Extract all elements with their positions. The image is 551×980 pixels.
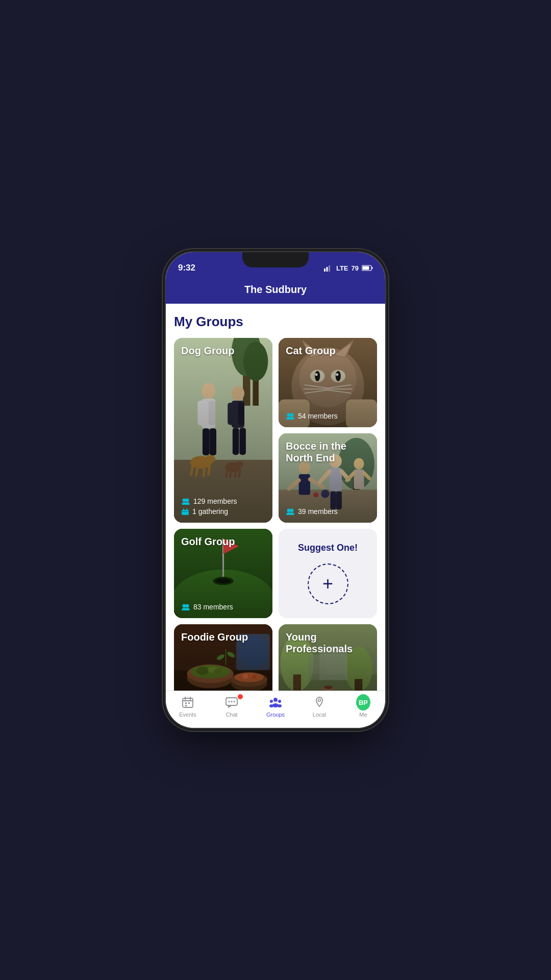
svg-point-156 (231, 701, 233, 702)
bocce-content: Bocce in the North End 39 members (279, 433, 377, 523)
svg-point-157 (234, 701, 235, 702)
avatar-initials: BP (359, 699, 368, 706)
svg-point-160 (278, 700, 281, 703)
svg-rect-152 (188, 702, 190, 704)
dog-members: 129 members (181, 497, 265, 505)
bocce-members: 39 members (286, 507, 370, 516)
foodie-content: Foodie Group 258 members (174, 624, 272, 691)
svg-point-67 (290, 413, 294, 417)
svg-point-37 (186, 499, 189, 502)
app-title: The Sudbury (176, 284, 375, 296)
svg-point-155 (229, 701, 230, 702)
dog-gathering: 1 gathering (181, 507, 265, 516)
groups-grid: Dog Group 129 members (174, 338, 377, 691)
cat-members-count: 54 members (298, 412, 338, 420)
groups-tab-icon (268, 695, 283, 709)
svg-point-102 (186, 604, 189, 608)
svg-point-91 (287, 509, 291, 512)
group-card-dog[interactable]: Dog Group 129 members (174, 338, 272, 523)
golf-members-count: 83 members (193, 603, 233, 611)
group-card-bocce[interactable]: Bocce in the North End 39 members (279, 433, 377, 523)
me-tab-icon: BP (356, 695, 370, 709)
local-tab-icon (312, 695, 327, 709)
members-icon (181, 498, 190, 505)
group-card-cat[interactable]: Cat Group 54 members (279, 338, 377, 427)
group-card-foodie[interactable]: Foodie Group 258 members (174, 624, 272, 691)
young-content: Young Professionals (279, 624, 377, 691)
avatar: BP (356, 694, 370, 710)
bocce-members-count: 39 members (298, 507, 338, 516)
svg-rect-1 (326, 267, 328, 272)
cat-members: 54 members (286, 412, 370, 420)
app-header: The Sudbury (166, 278, 385, 304)
golf-members-icon (181, 603, 190, 610)
group-card-golf[interactable]: Golf Group 83 members (174, 529, 272, 618)
lte-label: LTE (336, 264, 348, 272)
svg-point-161 (272, 703, 279, 707)
events-tab-label: Events (179, 712, 196, 718)
svg-point-164 (318, 699, 321, 702)
chat-tab-icon (224, 695, 239, 709)
svg-point-163 (278, 704, 282, 707)
bocce-group-name: Bocce in the North End (286, 440, 370, 464)
plus-icon: + (322, 575, 333, 593)
section-title: My Groups (174, 314, 377, 330)
svg-point-36 (183, 499, 186, 502)
svg-rect-147 (183, 698, 193, 707)
groups-tab-label: Groups (266, 712, 285, 718)
local-tab-label: Local (313, 712, 326, 718)
svg-rect-153 (185, 705, 187, 706)
young-group-name: Young Professionals (286, 631, 370, 655)
svg-rect-41 (183, 508, 184, 511)
golf-content: Golf Group 83 members (174, 529, 272, 618)
dog-content: Dog Group 129 members (174, 338, 272, 523)
suggest-title: Suggest One! (298, 543, 358, 553)
dog-group-name: Dog Group (181, 345, 265, 357)
calendar-icon (181, 696, 194, 709)
battery-icon (362, 265, 373, 271)
suggest-card[interactable]: Suggest One! + (279, 529, 377, 618)
group-card-young[interactable]: Young Professionals (279, 624, 377, 691)
cat-meta: 54 members (286, 412, 370, 420)
svg-point-101 (183, 604, 186, 608)
tab-local[interactable]: Local (297, 695, 341, 718)
bocce-meta: 39 members (286, 507, 370, 516)
notch (242, 252, 309, 267)
dog-members-count: 129 members (193, 497, 237, 505)
svg-point-159 (270, 700, 273, 703)
chat-icon (225, 696, 238, 709)
tab-groups[interactable]: Groups (254, 695, 297, 718)
svg-rect-43 (182, 511, 189, 512)
golf-group-name: Golf Group (181, 536, 265, 548)
suggest-plus-button[interactable]: + (308, 564, 348, 604)
main-content: My Groups (166, 304, 385, 691)
tab-events[interactable]: Events (166, 695, 210, 718)
signal-icon (324, 264, 333, 272)
chat-badge (238, 694, 243, 699)
tab-me[interactable]: BP Me (341, 695, 385, 718)
svg-rect-40 (182, 510, 189, 515)
chat-tab-label: Chat (226, 712, 237, 718)
svg-rect-0 (324, 268, 325, 272)
battery-indicator: 79 (352, 264, 359, 272)
cat-members-icon (286, 412, 295, 420)
svg-rect-5 (363, 266, 369, 270)
status-time: 9:32 (178, 263, 195, 273)
cat-content: Cat Group 54 members (279, 338, 377, 427)
svg-point-158 (273, 698, 278, 702)
svg-rect-4 (372, 267, 373, 269)
golf-meta: 83 members (181, 603, 265, 611)
bocce-members-icon (286, 508, 295, 515)
cat-group-name: Cat Group (286, 345, 370, 357)
svg-rect-2 (329, 265, 330, 272)
svg-rect-42 (186, 508, 187, 511)
golf-members: 83 members (181, 603, 265, 611)
gathering-icon (181, 507, 189, 516)
dog-meta: 129 members 1 gathering (181, 497, 265, 516)
tab-chat[interactable]: Chat (210, 695, 254, 718)
foodie-group-name: Foodie Group (181, 631, 265, 643)
phone-screen: 9:32 LTE 79 The Sudbury (166, 252, 385, 728)
tab-bar: Events Chat (166, 691, 385, 728)
svg-point-66 (287, 413, 291, 417)
status-icons: LTE 79 (324, 264, 373, 272)
